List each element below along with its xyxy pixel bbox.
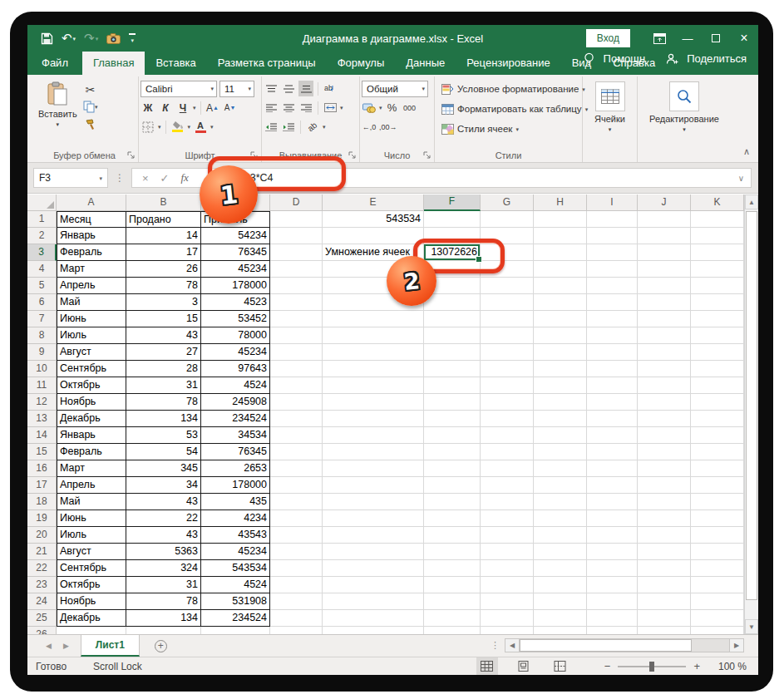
row-header-18[interactable]: 18 [27, 494, 57, 510]
cell-H9[interactable] [534, 344, 587, 361]
cell-B20[interactable]: 43 [126, 527, 201, 544]
cell-J4[interactable] [638, 261, 691, 278]
cell-F25[interactable] [424, 610, 481, 627]
cell-F22[interactable] [424, 560, 481, 577]
col-header-K[interactable]: K [691, 194, 744, 211]
cell-B24[interactable]: 78 [126, 593, 201, 610]
cell-F13[interactable] [424, 411, 481, 427]
cell-J25[interactable] [638, 610, 691, 627]
row-header-12[interactable]: 12 [27, 394, 57, 411]
cell-B1[interactable]: Продано [126, 211, 201, 228]
enter-icon[interactable]: ✓ [160, 172, 170, 185]
cell-K7[interactable] [691, 311, 744, 327]
row-header-10[interactable]: 10 [27, 361, 57, 377]
font-color-button[interactable]: А [193, 119, 208, 135]
cell-styles-button[interactable]: Стили ячеек▾ [441, 120, 588, 138]
grow-font-button[interactable]: А▲ [205, 100, 220, 116]
cell-H19[interactable] [534, 510, 587, 527]
cell-G25[interactable] [481, 610, 534, 627]
cell-H25[interactable] [534, 610, 587, 627]
col-header-H[interactable]: H [534, 194, 587, 211]
cell-A21[interactable]: Август [57, 544, 126, 560]
cell-E25[interactable] [323, 610, 424, 627]
cell-J8[interactable] [638, 327, 691, 344]
wrap-text-button[interactable]: ab [323, 81, 338, 96]
cell-J19[interactable] [638, 510, 691, 527]
cell-K13[interactable] [691, 411, 744, 427]
cell-I3[interactable] [587, 244, 638, 261]
cell-F24[interactable] [424, 593, 481, 610]
view-page-layout-button[interactable] [513, 657, 535, 675]
cell-H10[interactable] [534, 361, 587, 377]
cell-C26[interactable] [201, 627, 270, 634]
font-family-select[interactable]: Calibri▾ [141, 81, 217, 97]
cell-J24[interactable] [638, 593, 691, 610]
cell-D9[interactable] [270, 344, 323, 361]
cell-B4[interactable]: 26 [126, 261, 201, 278]
qat-customize-button[interactable]: ▾ [129, 33, 136, 43]
cell-G20[interactable] [481, 527, 534, 544]
cell-E8[interactable] [323, 327, 424, 344]
align-right-button[interactable] [298, 100, 313, 116]
cell-B26[interactable] [126, 627, 201, 634]
cell-A9[interactable]: Август [57, 344, 126, 361]
cell-B10[interactable]: 28 [126, 361, 201, 377]
cell-E14[interactable] [323, 427, 424, 444]
signin-button[interactable]: Вход [586, 29, 630, 47]
font-size-select[interactable]: 11▾ [219, 81, 254, 97]
cell-F23[interactable] [424, 577, 481, 593]
cell-J9[interactable] [638, 344, 691, 361]
cell-F15[interactable] [424, 444, 481, 460]
cell-D6[interactable] [270, 294, 323, 311]
cells-button[interactable]: Ячейки▾ [589, 78, 631, 147]
increase-indent-button[interactable] [281, 119, 296, 135]
cell-I9[interactable] [587, 344, 638, 361]
row-header-17[interactable]: 17 [27, 477, 57, 494]
cell-D2[interactable] [270, 228, 323, 244]
cell-H20[interactable] [534, 527, 587, 544]
cell-B23[interactable]: 31 [126, 577, 201, 593]
cell-J2[interactable] [638, 228, 691, 244]
cell-C11[interactable]: 4524 [201, 377, 270, 394]
undo-button[interactable]: ↶▾ [62, 31, 76, 46]
cell-D20[interactable] [270, 527, 323, 544]
cell-J10[interactable] [638, 361, 691, 377]
cell-K23[interactable] [691, 577, 744, 593]
align-middle-button[interactable] [281, 81, 296, 96]
cell-K3[interactable] [691, 244, 744, 261]
hscroll-grip[interactable]: ⋮ [491, 640, 500, 651]
cell-K21[interactable] [691, 544, 744, 560]
row-header-6[interactable]: 6 [27, 294, 57, 311]
cell-F14[interactable] [424, 427, 481, 444]
cell-G23[interactable] [481, 577, 534, 593]
cell-D16[interactable] [270, 460, 323, 477]
cell-I1[interactable] [587, 211, 638, 228]
cell-F16[interactable] [424, 460, 481, 477]
increase-decimal-button[interactable]: ←,0 [362, 119, 377, 135]
cell-A24[interactable]: Ноябрь [57, 593, 126, 610]
camera-button[interactable] [106, 33, 121, 44]
merge-center-button[interactable] [323, 100, 338, 116]
cell-G1[interactable] [481, 211, 534, 228]
cell-G12[interactable] [481, 394, 534, 411]
tab-page-layout[interactable]: Разметка страницы [207, 52, 327, 75]
cell-B21[interactable]: 5363 [126, 544, 201, 560]
cell-H24[interactable] [534, 593, 587, 610]
cell-A12[interactable]: Ноябрь [57, 394, 126, 411]
cell-I2[interactable] [587, 228, 638, 244]
cell-C20[interactable]: 43543 [201, 527, 270, 544]
cell-F19[interactable] [424, 510, 481, 527]
row-header-3[interactable]: 3 [27, 244, 57, 261]
cell-I22[interactable] [587, 560, 638, 577]
zoom-out-button[interactable]: − [604, 660, 611, 672]
cell-J15[interactable] [638, 444, 691, 460]
cell-C8[interactable]: 78000 [201, 327, 270, 344]
cell-K10[interactable] [691, 361, 744, 377]
cell-F26[interactable] [424, 627, 481, 634]
cell-J11[interactable] [638, 377, 691, 394]
row-header-8[interactable]: 8 [27, 327, 57, 344]
cell-H17[interactable] [534, 477, 587, 494]
tell-me-assistant[interactable]: Помощн [600, 47, 649, 71]
cell-G26[interactable] [481, 627, 534, 634]
cell-C9[interactable]: 45234 [201, 344, 270, 361]
